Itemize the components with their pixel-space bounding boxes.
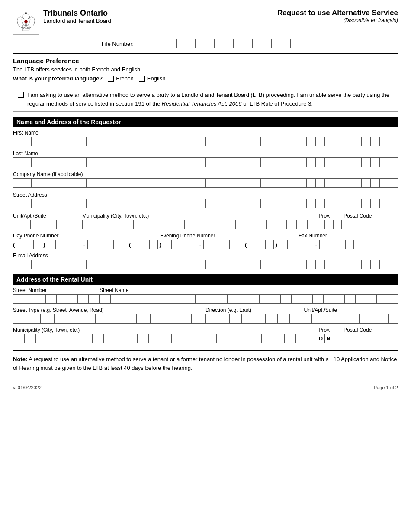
fn-c27[interactable] <box>251 137 260 146</box>
french-option[interactable]: French <box>108 75 133 82</box>
fn-c10[interactable] <box>96 137 105 146</box>
email-label: E-mail Address <box>13 253 398 259</box>
fn-c39[interactable] <box>361 137 370 146</box>
fn-c37[interactable] <box>343 137 352 146</box>
fn-c28[interactable] <box>260 137 270 146</box>
fn-c5[interactable] <box>50 137 59 146</box>
day-phone-p2[interactable] <box>87 240 122 249</box>
fn-c11[interactable] <box>105 137 114 146</box>
postal-boxes-req[interactable] <box>342 220 398 229</box>
fn-c14[interactable] <box>132 137 141 146</box>
fn-c22[interactable] <box>206 137 215 146</box>
fn-c33[interactable] <box>306 137 315 146</box>
company-name-input[interactable] <box>13 178 398 188</box>
fax-area-code[interactable] <box>248 240 274 249</box>
eve-phone-p2[interactable] <box>203 240 238 249</box>
fn-c30[interactable] <box>279 137 288 146</box>
last-name-input[interactable] <box>13 157 398 167</box>
fn-c19[interactable] <box>178 137 187 146</box>
fn-c4[interactable] <box>41 137 50 146</box>
unit-boxes-rental[interactable] <box>302 314 398 324</box>
fn-c8[interactable] <box>77 137 86 146</box>
fn-c12[interactable] <box>114 137 123 146</box>
fn-c34[interactable] <box>315 137 324 146</box>
fn-c32[interactable] <box>297 137 306 146</box>
email-input[interactable] <box>13 260 398 269</box>
file-box-15[interactable] <box>271 39 281 48</box>
fn-c41[interactable] <box>379 137 389 146</box>
phone-section: Day Phone Number Evening Phone Number Fa… <box>13 233 398 249</box>
fn-c13[interactable] <box>123 137 132 146</box>
file-box-10[interactable] <box>224 39 233 48</box>
alt-service-checkbox[interactable] <box>18 92 24 98</box>
file-box-6[interactable] <box>186 39 195 48</box>
fn-c9[interactable] <box>86 137 95 146</box>
english-checkbox[interactable] <box>139 76 145 82</box>
file-box-13[interactable] <box>252 39 262 48</box>
fn-c42[interactable] <box>389 137 398 146</box>
fn-c7[interactable] <box>68 137 77 146</box>
fn-c36[interactable] <box>334 137 343 146</box>
fn-c15[interactable] <box>141 137 150 146</box>
french-checkbox[interactable] <box>108 76 114 82</box>
file-number-row: File Number: <box>13 39 398 48</box>
file-box-17[interactable] <box>290 39 300 48</box>
fn-c20[interactable] <box>187 137 196 146</box>
street-number-boxes[interactable] <box>13 294 100 304</box>
eve-phone-p1[interactable] <box>163 240 197 249</box>
english-option[interactable]: English <box>139 75 166 82</box>
fn-c24[interactable] <box>224 137 233 146</box>
postal-boxes-rental[interactable] <box>342 334 398 343</box>
file-box-5[interactable] <box>176 39 186 48</box>
fn-c6[interactable] <box>59 137 68 146</box>
fn-c31[interactable] <box>288 137 297 146</box>
file-box-2[interactable] <box>148 39 157 48</box>
prov-on-n[interactable]: N <box>324 334 332 343</box>
fax-p1[interactable] <box>279 240 313 249</box>
fn-c17[interactable] <box>160 137 169 146</box>
eve-dash: - <box>199 241 202 248</box>
file-box-11[interactable] <box>233 39 243 48</box>
fn-c35[interactable] <box>324 137 334 146</box>
file-box-7[interactable] <box>195 39 205 48</box>
fn-c29[interactable] <box>270 137 279 146</box>
prov-boxes-req[interactable] <box>307 220 342 229</box>
street-name-boxes[interactable] <box>100 294 398 304</box>
ontario-logo: 🏛 Ontario <box>13 9 39 35</box>
file-box-4[interactable] <box>167 39 176 48</box>
fn-c18[interactable] <box>169 137 178 146</box>
file-box-1[interactable] <box>138 39 148 48</box>
first-name-label: First Name <box>13 130 398 136</box>
fn-c1[interactable] <box>13 137 22 146</box>
direction-boxes[interactable] <box>206 314 302 324</box>
street-type-boxes[interactable] <box>13 314 206 324</box>
file-box-12[interactable] <box>243 39 252 48</box>
street-address-input[interactable] <box>13 199 398 208</box>
rental-municipality-boxes[interactable] <box>13 334 307 343</box>
fn-c38[interactable] <box>352 137 361 146</box>
fn-c2[interactable] <box>22 137 31 146</box>
first-name-input[interactable] <box>13 137 398 146</box>
file-box-9[interactable] <box>214 39 224 48</box>
municipality-boxes-req[interactable] <box>82 220 307 229</box>
fn-c26[interactable] <box>242 137 251 146</box>
eve-area-code[interactable] <box>132 240 158 249</box>
file-box-16[interactable] <box>281 39 290 48</box>
fn-c40[interactable] <box>370 137 379 146</box>
fax-label: Fax Number <box>299 233 398 239</box>
file-box-18[interactable] <box>300 39 309 48</box>
fn-c25[interactable] <box>233 137 242 146</box>
file-box-14[interactable] <box>262 39 271 48</box>
fn-c21[interactable] <box>196 137 205 146</box>
fn-c23[interactable] <box>215 137 224 146</box>
file-box-8[interactable] <box>205 39 214 48</box>
day-area-code[interactable] <box>16 240 42 249</box>
municipality-label-rental: Municipality (City, Town, etc.) <box>13 327 307 333</box>
fn-c16[interactable] <box>151 137 160 146</box>
fn-c3[interactable] <box>31 137 40 146</box>
fax-p2[interactable] <box>319 240 354 249</box>
unit-boxes-req[interactable] <box>13 220 82 229</box>
prov-on-o[interactable]: O <box>317 334 324 343</box>
day-phone-p1[interactable] <box>47 240 81 249</box>
file-box-3[interactable] <box>157 39 167 48</box>
